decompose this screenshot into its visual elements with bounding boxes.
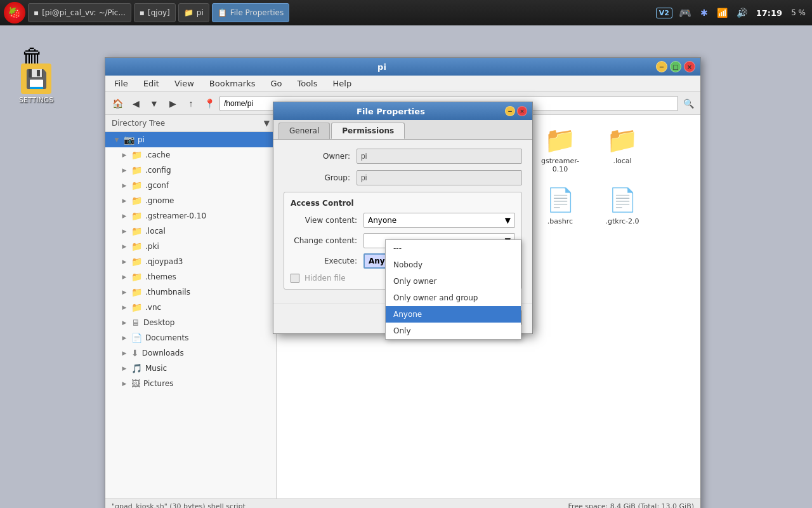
fp-view-select[interactable]: Anyone ▼ (363, 213, 515, 228)
dd-item-only-owner[interactable]: Only owner (386, 273, 521, 290)
desktop-expand-icon: ▶ (121, 319, 128, 326)
sidebar-docs-label: Documents (145, 333, 270, 342)
menu-tools[interactable]: Tools (293, 77, 321, 90)
qjoy-icon: ▪ (140, 8, 145, 17)
sidebar-item-cache[interactable]: ▶ 📁 .cache (105, 147, 276, 163)
fm-back-button[interactable]: ◀ (128, 95, 144, 112)
menu-bookmarks[interactable]: Bookmarks (206, 77, 259, 90)
sidebar-item-gstreamer[interactable]: ▶ 📁 .gstreamer-0.10 (105, 208, 276, 224)
fm-up-button[interactable]: ↑ (183, 95, 199, 112)
sidebar-item-thumbnails[interactable]: ▶ 📁 .thumbnails (105, 284, 276, 300)
menu-go[interactable]: Go (266, 77, 285, 90)
sidebar-collapse-icon[interactable]: ▼ (264, 119, 270, 128)
dd-item-only[interactable]: Only (386, 323, 521, 339)
raspberry-icon: 🍓 (8, 6, 22, 20)
gstreamer-folder-icon: 📁 (131, 211, 142, 221)
sidebar-item-vnc[interactable]: ▶ 📁 .vnc (105, 300, 276, 315)
sidebar-item-documents[interactable]: ▶ 📄 Documents (105, 330, 276, 345)
battery-indicator: 5 % (789, 7, 808, 18)
properties-taskbar-icon: 📋 (218, 8, 227, 17)
taskbar-window-terminal1[interactable]: ▪ [pi@pi_cal_vv: ~/Pic... (28, 3, 131, 22)
sidebar-dl-label: Downloads (142, 349, 270, 358)
fp-change-label: Change content: (291, 236, 357, 245)
music-expand-icon: ▶ (121, 365, 128, 371)
sidebar-item-qjoypad3[interactable]: ▶ 📁 .qjoypad3 (105, 254, 276, 269)
fm-forward-button[interactable]: ▶ (164, 95, 181, 112)
sidebar-vnc-label: .vnc (145, 303, 270, 312)
fp-close-button[interactable]: × (517, 106, 527, 116)
taskbar-window-properties[interactable]: 📋 File Properties (212, 3, 290, 22)
sidebar-item-gconf[interactable]: ▶ 📁 .gconf (105, 178, 276, 193)
fm-home-button[interactable]: 🏠 (109, 95, 126, 112)
file-item-gtkrc[interactable]: 📄 .gtkrc-2.0 (594, 182, 651, 237)
sidebar-item-gnome[interactable]: ▶ 📁 .gnome (105, 193, 276, 208)
sidebar-item-desktop[interactable]: ▶ 🖥 Desktop (105, 315, 276, 330)
pki-expand-icon: ▶ (121, 243, 128, 250)
taskbar-v2-icon: V2 (656, 8, 672, 18)
wifi-icon: 📶 (714, 6, 730, 19)
music-special-icon: 🎵 (131, 363, 142, 373)
dl-expand-icon: ▶ (121, 350, 128, 356)
fp-view-row: View content: Anyone ▼ (291, 213, 515, 228)
fp-access-control-label: Access Control (291, 199, 515, 208)
gnome-folder-icon: 📁 (131, 196, 142, 206)
file-item-bashrc[interactable]: 📄 .bashrc (532, 182, 589, 237)
menu-edit[interactable]: Edit (140, 77, 163, 90)
sidebar-qjoy-label: .qjoypad3 (145, 257, 270, 266)
cache-expand-icon: ▶ (121, 152, 128, 158)
gnome-expand-icon: ▶ (121, 197, 128, 204)
themes-expand-icon: ▶ (121, 274, 128, 280)
taskbar-window-pi[interactable]: 📁 pi (178, 3, 209, 22)
taskbar-window-qjoy[interactable]: ▪ [qjoy] (134, 3, 176, 22)
fm-sidebar: Directory Tree ▼ ▼ 📷 pi ▶ 📁 .cache ▶ 📁 (105, 115, 277, 498)
folder-taskbar-icon: 📁 (184, 8, 193, 17)
fm-close-button[interactable]: × (684, 61, 695, 72)
sidebar-item-themes[interactable]: ▶ 📁 .themes (105, 269, 276, 284)
settings-icon: 💾 (21, 64, 51, 94)
sidebar-item-downloads[interactable]: ▶ ⬇ Downloads (105, 345, 276, 361)
dd-item-dashes[interactable]: --- (386, 240, 521, 257)
fp-group-row: Group: (284, 170, 522, 185)
menu-file[interactable]: File (110, 77, 132, 90)
fp-tab-general[interactable]: General (278, 123, 330, 139)
sidebar-desktop-label: Desktop (143, 318, 270, 327)
fp-titlebar: File Properties − × (273, 102, 532, 120)
sidebar-item-pi[interactable]: ▼ 📷 pi (105, 132, 276, 147)
fp-hidden-checkbox[interactable] (291, 274, 299, 283)
settings-desktop-icon[interactable]: 💾 SETTINGS (19, 64, 53, 104)
sidebar-item-pki[interactable]: ▶ 📁 .pki (105, 239, 276, 254)
thumb-expand-icon: ▶ (121, 289, 128, 295)
raspberry-menu-button[interactable]: 🍓 (4, 2, 25, 23)
sidebar-item-pictures[interactable]: ▶ 🖼 Pictures (105, 376, 276, 391)
vnc-expand-icon: ▶ (121, 304, 128, 311)
file-local-label: .local (613, 157, 631, 165)
fm-location-button[interactable]: 📍 (201, 95, 218, 112)
dd-item-nobody[interactable]: Nobody (386, 257, 521, 273)
settings-label: SETTINGS (19, 96, 53, 104)
fp-group-input[interactable] (357, 170, 522, 185)
fp-owner-label: Owner: (284, 152, 350, 161)
sidebar-item-local[interactable]: ▶ 📁 .local (105, 224, 276, 239)
fm-filter-button[interactable]: 🔍 (680, 95, 697, 112)
sidebar-item-music[interactable]: ▶ 🎵 Music (105, 361, 276, 376)
local-expand-icon: ▶ (121, 228, 128, 234)
fm-back-dropdown-button[interactable]: ▼ (146, 95, 162, 112)
sidebar-cache-label: .cache (145, 150, 270, 159)
dd-item-only-owner-group[interactable]: Only owner and group (386, 290, 521, 306)
sidebar-item-config[interactable]: ▶ 📁 .config (105, 163, 276, 178)
file-bashrc-label: .bashrc (547, 217, 573, 225)
menu-help[interactable]: Help (329, 77, 356, 90)
sidebar-themes-label: .themes (145, 272, 270, 281)
menu-view[interactable]: View (171, 77, 198, 90)
qjoy-expand-icon: ▶ (121, 258, 128, 265)
fm-maximize-button[interactable]: □ (670, 61, 681, 72)
file-gtkrc-icon: 📄 (605, 185, 640, 215)
dd-item-anyone[interactable]: Anyone (386, 306, 521, 323)
fp-owner-input[interactable] (357, 149, 522, 164)
fp-hidden-label: Hidden file (304, 274, 346, 283)
fp-tab-permissions[interactable]: Permissions (331, 123, 405, 139)
file-item-local[interactable]: 📁 .local (594, 121, 651, 177)
fp-minimize-button[interactable]: − (505, 106, 515, 116)
fm-minimize-button[interactable]: − (656, 61, 667, 72)
file-item-gstreamer[interactable]: 📁 gstreamer-0.10 (532, 121, 589, 177)
